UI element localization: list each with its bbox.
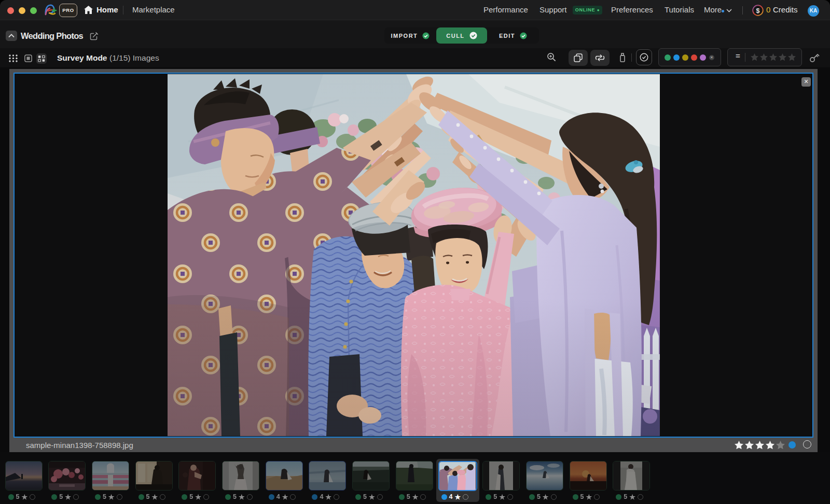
svg-text:$: $	[756, 7, 760, 15]
